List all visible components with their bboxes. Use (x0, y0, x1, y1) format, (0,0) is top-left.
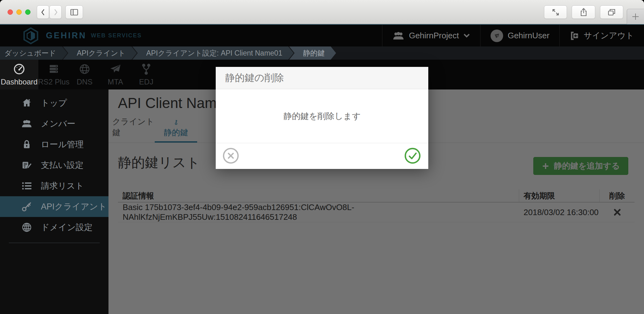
avatar (491, 30, 503, 42)
breadcrumb-dashboard[interactable]: ダッシュボード (0, 46, 67, 60)
sidebar-item-members[interactable]: メンバー (0, 113, 108, 134)
service-label: RS2 Plus (38, 78, 69, 86)
signout-button[interactable]: サインアウト (559, 25, 644, 46)
zoom-icon[interactable] (25, 9, 31, 15)
branch-icon (140, 63, 153, 75)
tab-overview-button[interactable] (600, 5, 623, 19)
key-icon (21, 201, 32, 212)
globe-icon (78, 63, 91, 75)
chevron-down-icon (463, 33, 470, 38)
sidebar-item-label: 支払い設定 (41, 160, 84, 171)
sidebar-item-payment[interactable]: ¥ 支払い設定 (0, 155, 108, 176)
brand-name: GEHIRN (46, 31, 86, 41)
back-button[interactable] (37, 5, 49, 19)
minimize-icon[interactable] (16, 9, 22, 15)
close-icon[interactable] (8, 9, 13, 15)
sidebar-item-label: 請求リスト (41, 180, 84, 192)
project-name: GehirnProject (409, 31, 459, 41)
paper-plane-icon (109, 63, 122, 75)
service-label: MTA (108, 78, 123, 86)
browser-window: GEHIRN WEB SERVICES GehirnProject (0, 0, 644, 314)
app-root: GEHIRN WEB SERVICES GehirnProject (0, 24, 644, 314)
avatar-mark-icon (493, 32, 500, 39)
cancel-button[interactable] (223, 148, 239, 164)
globe-icon (21, 222, 32, 233)
service-dashboard[interactable]: Dashboard (0, 60, 38, 89)
sidebar-item-domains[interactable]: ドメイン設定 (0, 217, 108, 238)
people-icon (21, 118, 32, 129)
confirm-button[interactable] (404, 148, 421, 164)
user-menu[interactable]: GehirnUser (480, 25, 559, 46)
header-menus: GehirnProject GehirnUser (382, 25, 644, 46)
sidebar-item-api-clients[interactable]: APIクライアント (0, 196, 108, 217)
sidebar-item-label: トップ (41, 97, 67, 109)
sidebar-item-billing[interactable]: 請求リスト (0, 176, 108, 196)
sidebar-toggle-icon (70, 8, 79, 16)
fullscreen-icon (552, 8, 560, 16)
lock-icon (21, 139, 32, 150)
signout-icon (570, 31, 579, 41)
share-icon (580, 8, 588, 17)
service-edj[interactable]: EDJ (131, 60, 162, 89)
circle-check-icon (404, 148, 421, 164)
new-tab-icon (631, 12, 640, 21)
service-dns[interactable]: DNS (69, 60, 100, 89)
sidebar-divider (9, 243, 100, 243)
sidebar-item-roles[interactable]: ロール管理 (0, 134, 108, 155)
back-icon (40, 8, 47, 16)
delete-static-key-modal: 静的鍵の削除 静的鍵を削除します (216, 67, 428, 169)
modal-message: 静的鍵を削除します (216, 89, 428, 143)
service-mta[interactable]: MTA (100, 60, 131, 89)
fullscreen-button[interactable] (544, 5, 567, 19)
circle-x-icon (223, 148, 239, 164)
breadcrumb-api-client[interactable]: APIクライント (63, 46, 137, 60)
breadcrumb-static-key[interactable]: 静的鍵 (289, 46, 336, 60)
app-header: GEHIRN WEB SERVICES GehirnProject (0, 24, 644, 46)
group-icon (392, 31, 404, 40)
forward-icon (52, 8, 59, 16)
project-menu[interactable]: GehirnProject (382, 25, 480, 46)
gauge-icon (13, 63, 25, 75)
service-rs2plus[interactable]: RS2 Plus (38, 60, 69, 89)
breadcrumb: ダッシュボード APIクライント APIクライアント設定: API Client… (0, 46, 644, 60)
modal-title: 静的鍵の削除 (216, 67, 428, 89)
brand[interactable]: GEHIRN WEB SERVICES (0, 25, 142, 46)
sidebar: トップ メンバー ロール管理 (0, 89, 108, 314)
signout-label: サインアウト (584, 30, 634, 41)
hexagon-logo-icon (22, 27, 40, 45)
payment-icon: ¥ (21, 160, 32, 171)
service-label: Dashboard (1, 78, 37, 86)
sidebar-item-label: ドメイン設定 (41, 222, 93, 233)
sidebar-item-label: メンバー (41, 118, 75, 129)
tab-overview-icon (607, 8, 616, 16)
forward-button[interactable] (49, 5, 62, 19)
home-icon (21, 98, 32, 108)
service-label: DNS (77, 78, 93, 86)
share-button[interactable] (572, 5, 595, 19)
service-label: EDJ (139, 78, 153, 86)
sidebar-item-label: ロール管理 (41, 139, 84, 150)
sidebar-item-label: APIクライアント (41, 201, 107, 212)
server-icon (47, 63, 60, 75)
modal-footer (216, 143, 428, 169)
title-bar (0, 0, 644, 24)
brand-suffix: WEB SERVICES (91, 32, 142, 39)
user-name: GehirnUser (508, 31, 549, 41)
sidebar-item-top[interactable]: トップ (0, 93, 108, 113)
new-tab-button[interactable] (627, 9, 644, 24)
list-icon (21, 181, 32, 191)
breadcrumb-api-client-settings[interactable]: APIクライアント設定: API Client Name01 (132, 46, 294, 60)
sidebar-toggle-button[interactable] (65, 5, 83, 19)
